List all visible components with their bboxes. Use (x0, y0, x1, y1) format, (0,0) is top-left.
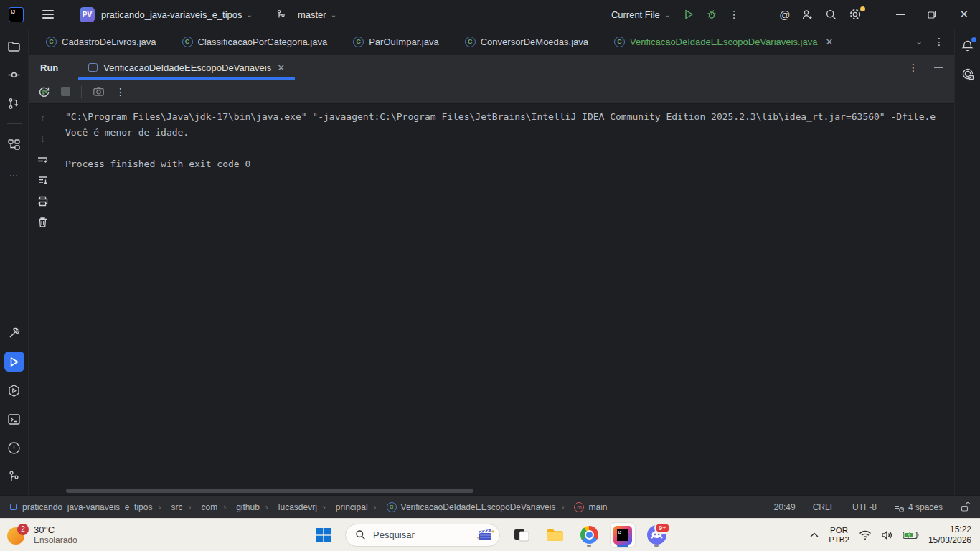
discord-icon: 9+ (647, 525, 666, 545)
breadcrumb-item[interactable]: github (217, 502, 260, 512)
ai-chat-tool-button[interactable] (958, 65, 978, 85)
task-view-button[interactable] (509, 523, 534, 547)
battery-icon[interactable] (903, 531, 919, 540)
taskbar-clock[interactable]: 15:22 15/03/2026 (928, 524, 971, 546)
play-icon (683, 9, 694, 20)
add-user-button[interactable] (796, 5, 819, 24)
breadcrumb-item[interactable]: lucasdevrj (260, 502, 317, 512)
prev-occurrence-button[interactable]: ↑ (35, 110, 51, 126)
language-indicator[interactable]: POR PTB2 (829, 526, 849, 545)
thread-dump-button[interactable] (93, 85, 105, 98)
project-name[interactable]: praticando_java-variaveis_e_tipos (101, 9, 242, 20)
discord-button[interactable]: 9+ (644, 523, 669, 547)
indent-setting[interactable]: 4 spaces (894, 502, 943, 512)
stop-button (61, 87, 70, 96)
next-occurrence-button[interactable]: ↓ (35, 131, 51, 146)
start-button[interactable] (311, 523, 336, 547)
project-badge[interactable]: PV (80, 7, 95, 22)
hammer-icon (7, 326, 21, 340)
ai-assistant-icon[interactable]: @ (773, 5, 796, 24)
editor-tab[interactable]: C CadastroDeLivros.java (33, 29, 169, 55)
settings-button[interactable] (843, 4, 867, 24)
build-tool-button[interactable] (4, 323, 24, 343)
debug-icon (706, 9, 717, 20)
java-class-icon: C (387, 502, 397, 512)
run-panel-options-menu[interactable]: ⋮ (908, 62, 918, 72)
editor-tab[interactable]: C ClassificacaoPorCategoria.java (169, 29, 341, 55)
weather-badge: 2 (17, 524, 29, 535)
run-tool-button[interactable] (4, 352, 24, 372)
structure-tool-button[interactable] (4, 134, 24, 154)
run-button[interactable] (677, 5, 700, 24)
editor-tab-active[interactable]: C VerificacaoDeIdadeEEscopoDeVariaveis.j… (601, 29, 846, 55)
clock-time: 15:22 (928, 524, 971, 535)
editor-tab[interactable]: C ParOuImpar.java (340, 29, 452, 55)
line-separator[interactable]: CRLF (813, 502, 835, 512)
editor-tab-label: ClassificacaoPorCategoria.java (198, 37, 328, 47)
cursor-position[interactable]: 20:49 (774, 502, 796, 512)
git-tool-button[interactable] (4, 466, 24, 486)
window-minimize-button[interactable] (885, 8, 916, 21)
scroll-to-end-button[interactable] (35, 172, 51, 188)
breadcrumb-item[interactable]: m main (555, 502, 607, 512)
volume-icon[interactable] (881, 530, 893, 540)
task-view-icon (513, 527, 530, 544)
breadcrumb-item[interactable]: C VerificacaoDeIdadeEEscopoDeVariaveis (368, 502, 556, 512)
horizontal-scrollbar[interactable] (66, 489, 473, 493)
rerun-button[interactable] (38, 85, 50, 98)
pull-requests-tool-button[interactable] (4, 93, 24, 113)
file-explorer-icon (546, 526, 565, 545)
terminal-icon (7, 413, 21, 426)
intellij-taskbar-button[interactable]: IJ (611, 523, 635, 547)
print-button[interactable] (35, 193, 51, 209)
intellij-logo-icon: IJ (9, 7, 24, 22)
branches-icon (7, 97, 21, 110)
file-lock-toggle[interactable] (960, 501, 970, 512)
hamburger-menu-icon[interactable] (38, 6, 58, 23)
notifications-button[interactable] (958, 36, 978, 56)
breadcrumb-item[interactable]: praticando_java-variaveis_e_tipos (22, 502, 152, 512)
breadcrumb-item[interactable]: principal (317, 502, 368, 512)
breadcrumb-item[interactable]: com (182, 502, 217, 512)
close-icon[interactable]: ✕ (277, 62, 285, 73)
run-tab[interactable]: VerificacaoDeIdadeEEscopoDeVariaveis ✕ (78, 55, 295, 80)
java-class-icon: C (614, 37, 625, 47)
run-toolbar-more-menu[interactable]: ⋮ (116, 87, 126, 97)
chevron-down-icon: ⌄ (331, 11, 336, 19)
terminal-tool-button[interactable] (4, 409, 24, 429)
chevron-down-icon[interactable]: ⌄ (247, 11, 253, 19)
problems-tool-button[interactable] (4, 438, 24, 458)
chevron-down-icon[interactable]: ⌄ (915, 37, 923, 47)
commit-tool-button[interactable] (4, 65, 24, 85)
file-encoding[interactable]: UTF-8 (852, 502, 877, 512)
debug-button[interactable] (700, 5, 723, 24)
git-branch-icon (7, 470, 21, 484)
wifi-icon[interactable] (859, 530, 872, 540)
taskbar-search[interactable]: Pesquisar (345, 524, 500, 547)
run-configuration-select[interactable]: Current File⌄ (611, 9, 670, 20)
services-tool-button[interactable] (4, 380, 24, 400)
project-tool-button[interactable] (4, 36, 24, 56)
clear-all-button[interactable] (35, 214, 51, 230)
window-maximize-button[interactable] (916, 4, 948, 24)
rerun-icon (38, 85, 50, 98)
file-explorer-button[interactable] (543, 523, 567, 547)
soft-wrap-button[interactable] (35, 151, 51, 167)
branch-widget[interactable]: master ⌄ (275, 9, 336, 20)
more-tool-windows-button[interactable]: … (4, 163, 24, 183)
search-everywhere-button[interactable] (819, 5, 843, 24)
tab-options-menu[interactable]: ⋮ (934, 37, 944, 47)
editor-tab[interactable]: C ConversorDeMoedas.java (452, 29, 601, 55)
chrome-button[interactable] (577, 523, 601, 547)
more-actions-menu[interactable]: ⋮ (723, 6, 745, 23)
editor-tab-label: CadastroDeLivros.java (62, 37, 156, 47)
branch-icon (275, 9, 286, 20)
weather-widget[interactable]: 2 30°C Ensolarado (0, 524, 77, 545)
run-console[interactable]: "C:\Program Files\Java\jdk-17\bin\java.e… (57, 104, 954, 495)
hidden-icons-button[interactable] (809, 532, 819, 538)
structure-icon (7, 138, 21, 151)
hide-panel-button[interactable] (934, 67, 943, 68)
window-close-button[interactable]: ✕ (948, 2, 980, 27)
breadcrumb-item[interactable]: src (152, 502, 182, 512)
close-icon[interactable]: ✕ (825, 37, 833, 47)
